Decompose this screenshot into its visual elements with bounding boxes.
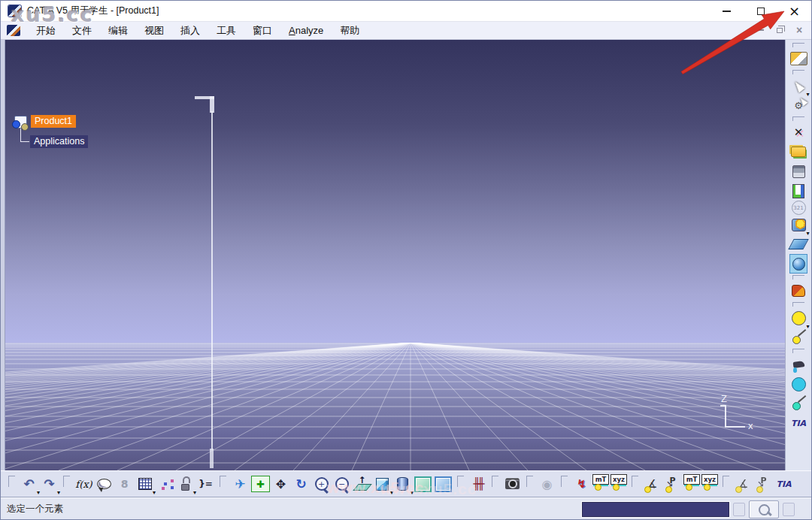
measure-point-3-icon[interactable]: P xyxy=(754,474,773,494)
mdi-minimize-button[interactable] xyxy=(753,23,768,37)
zoom-in-icon[interactable] xyxy=(312,474,331,494)
tree-node-applications[interactable]: Applications xyxy=(30,135,88,148)
measure-between-icon[interactable]: mT xyxy=(592,474,609,485)
camera-icon[interactable] xyxy=(503,474,522,494)
tree-node-product1[interactable]: Product1 xyxy=(31,115,76,128)
measure-point-icon[interactable]: P xyxy=(663,474,682,494)
minimize-button[interactable] xyxy=(710,1,744,22)
mdi-restore-icon xyxy=(777,28,783,33)
link-icon[interactable]: 8 xyxy=(115,474,134,494)
3d-viewport[interactable]: Product1 Applications Z x xyxy=(5,40,786,470)
toolbar-separator xyxy=(8,476,15,487)
render-style-icon[interactable]: ▾ xyxy=(393,474,412,494)
measure-item-2-icon[interactable]: xyz xyxy=(701,474,718,485)
mdi-close-button[interactable]: × xyxy=(792,23,807,37)
viewport-grid-floor xyxy=(5,343,786,470)
tree-anchor-line[interactable] xyxy=(211,111,213,450)
menu-help[interactable]: 帮助 xyxy=(332,23,368,38)
check-rule-icon[interactable]: }= xyxy=(196,474,215,494)
product-icon[interactable] xyxy=(14,116,27,128)
toolbar-separator xyxy=(792,116,804,121)
maximize-button[interactable] xyxy=(744,1,777,22)
sphere-view-icon[interactable] xyxy=(789,254,807,274)
formula-icon[interactable]: f(x) xyxy=(74,474,93,494)
close-button[interactable]: × xyxy=(777,1,811,22)
axis-x-line xyxy=(725,426,745,428)
measure-inertia-icon[interactable]: ↯ xyxy=(572,474,591,494)
circle-cyan-icon[interactable] xyxy=(789,374,808,394)
measure-between-2-icon[interactable]: mT xyxy=(683,474,700,485)
toolbar-separator xyxy=(492,476,498,487)
workbench-icon[interactable] xyxy=(789,49,808,68)
menu-file[interactable]: 文件 xyxy=(64,23,100,38)
plane-icon[interactable] xyxy=(789,234,808,254)
mdi-restore-button[interactable] xyxy=(772,23,787,37)
iso-view-icon[interactable]: ▾ xyxy=(373,474,392,494)
measure-angle-3-icon[interactable]: ∡ xyxy=(734,474,753,494)
toolbar-separator xyxy=(632,476,638,487)
open-icon[interactable] xyxy=(789,142,808,162)
print-chart-icon[interactable] xyxy=(789,181,808,201)
select-filter-icon[interactable] xyxy=(789,95,808,115)
minimize-icon xyxy=(723,11,731,12)
tree-anchor-bottom xyxy=(210,449,214,468)
swap-visible-space-icon[interactable] xyxy=(434,474,453,494)
toolbar-separator xyxy=(792,70,804,74)
catia-logo-right: TIA xyxy=(789,413,808,433)
toolbar-separator xyxy=(792,349,804,353)
toolbar-separator xyxy=(63,476,70,487)
crossed-tools-icon[interactable]: ✕ xyxy=(789,122,808,142)
point-cyan-icon[interactable] xyxy=(789,394,808,413)
command-input[interactable] xyxy=(582,502,729,517)
menu-view[interactable]: 视图 xyxy=(136,23,172,38)
measure-item-icon[interactable]: xyz xyxy=(611,474,627,485)
status-corner-button[interactable] xyxy=(783,503,795,516)
comment-icon[interactable] xyxy=(95,474,114,494)
menu-edit[interactable]: 编辑 xyxy=(100,23,136,38)
circle-yellow-icon[interactable]: ▾ xyxy=(789,308,808,328)
measure-angle-icon[interactable]: ∡ xyxy=(643,474,662,494)
shading-icon[interactable]: ▾ xyxy=(789,215,808,234)
catia-window: CATIA V5 用于学生 - [Product1] × 开始文件编辑视图插入工… xyxy=(0,0,812,520)
hide-show-icon[interactable] xyxy=(414,474,432,494)
normal-view-icon[interactable]: ↑ xyxy=(353,474,371,494)
lock-icon[interactable]: ▾ xyxy=(176,474,195,494)
menu-tools[interactable]: 工具 xyxy=(208,23,244,38)
command-area xyxy=(582,500,795,518)
undo-icon[interactable]: ↶▾ xyxy=(20,474,38,494)
relations-icon[interactable] xyxy=(156,474,174,494)
catia-logo-bottom: TIA xyxy=(774,474,793,494)
redo-icon[interactable]: ↷▾ xyxy=(40,474,59,494)
grid-frame-icon[interactable]: ╫╫ xyxy=(468,474,487,494)
save-icon[interactable] xyxy=(789,162,808,181)
fit-all-icon[interactable]: ✚ xyxy=(251,476,270,492)
status-message: 选定一个元素 xyxy=(7,503,582,515)
mdi-close-icon: × xyxy=(796,24,802,36)
close-icon: × xyxy=(789,5,800,18)
redo-icon-dropdown[interactable]: ▾ xyxy=(57,489,60,496)
window-controls: × xyxy=(710,1,811,22)
rotate-icon[interactable]: ↻ xyxy=(292,474,311,494)
faucet-icon[interactable] xyxy=(789,355,808,374)
fly-mode-icon[interactable]: ✈ xyxy=(231,474,250,494)
zoom-out-icon[interactable] xyxy=(332,474,351,494)
point-yellow-icon[interactable] xyxy=(789,328,808,347)
tree-branch-line xyxy=(20,128,29,142)
menu-start[interactable]: 开始 xyxy=(28,23,64,38)
toolbar-separator xyxy=(561,476,568,487)
mdi-controls: × xyxy=(753,23,807,37)
menu-window[interactable]: 窗口 xyxy=(244,23,280,38)
select-arrow-icon[interactable]: ▾ xyxy=(789,76,808,95)
start-menu-icon[interactable] xyxy=(7,25,20,36)
power-input-magnifier-button[interactable] xyxy=(749,500,779,518)
manipulation-tool-icon[interactable] xyxy=(789,281,808,301)
axis-x-label: x xyxy=(748,420,753,431)
pan-icon[interactable]: ✥ xyxy=(271,474,290,494)
right-toolbar: ▾✕321▾▾TIA xyxy=(785,40,811,470)
design-table-icon[interactable]: ▾ xyxy=(135,474,154,494)
menu-analyze[interactable]: Analyze xyxy=(280,23,332,38)
spiral-icon[interactable]: ◉ xyxy=(538,474,556,494)
command-aux-button[interactable] xyxy=(733,503,745,516)
menu-insert[interactable]: 插入 xyxy=(172,23,208,38)
history-circle-icon[interactable]: 321 xyxy=(792,201,806,215)
